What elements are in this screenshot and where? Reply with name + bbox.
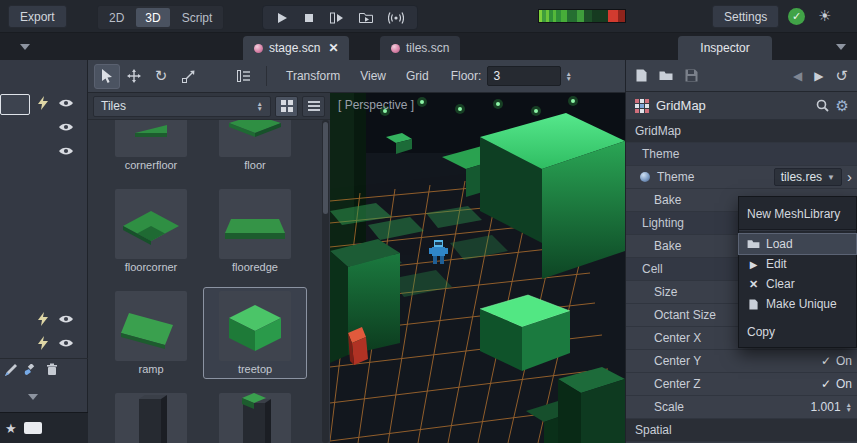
- edit-pencil-icon[interactable]: [5, 364, 17, 376]
- brightness-icon[interactable]: ☀: [818, 7, 831, 25]
- menu-item-make-unique[interactable]: Make Unique: [739, 294, 856, 314]
- floor-down-arrow[interactable]: ▼: [565, 76, 571, 81]
- play-button[interactable]: [276, 12, 288, 24]
- visibility-eye-icon[interactable]: [58, 338, 74, 348]
- update-spinner-icon[interactable]: ✓: [788, 8, 805, 25]
- scrollbar-thumb[interactable]: [323, 122, 328, 214]
- scale-value[interactable]: 1.001: [811, 400, 841, 414]
- tile-item-flooredge[interactable]: flooredge: [204, 186, 306, 276]
- signal-bolt-icon[interactable]: [38, 96, 48, 110]
- visibility-eye-icon[interactable]: [58, 98, 74, 108]
- tile-item-pillar-top[interactable]: [204, 390, 306, 443]
- dock-dropdown-arrow-left[interactable]: [20, 44, 30, 50]
- palette-scrollbar[interactable]: [322, 120, 329, 443]
- stop-button[interactable]: [303, 12, 315, 24]
- section-gridmap[interactable]: GridMap: [626, 120, 857, 143]
- floor-spinbox[interactable]: 3: [487, 66, 561, 86]
- load-resource-folder-icon[interactable]: [659, 70, 673, 81]
- tile-item-treetop[interactable]: treetop: [204, 288, 306, 378]
- checkbox-label[interactable]: On: [836, 354, 852, 368]
- delete-trash-icon[interactable]: [46, 363, 58, 376]
- menu-item-edit[interactable]: ▶ Edit: [739, 254, 856, 274]
- tile-item-cornerfloor[interactable]: cornerfloor: [100, 120, 202, 174]
- selected-node-outline[interactable]: [0, 94, 30, 115]
- history-back-icon[interactable]: ◀: [793, 69, 802, 83]
- dock-expand-arrow[interactable]: [28, 394, 38, 400]
- property-label: Bake: [654, 193, 681, 207]
- section-spatial[interactable]: Spatial: [626, 419, 857, 442]
- rotate-tool-button[interactable]: ↻: [148, 64, 174, 89]
- scale-down-arrow[interactable]: ▼: [846, 407, 852, 412]
- menu-item-copy[interactable]: Copy: [739, 322, 856, 342]
- property-label: Center Z: [654, 377, 701, 391]
- gear-icon[interactable]: ⚙: [836, 97, 849, 115]
- tab-stage-scn[interactable]: stage.scn ✕: [243, 36, 349, 60]
- viewport-3d[interactable]: [ Perspective ]: [330, 93, 625, 443]
- search-icon[interactable]: [816, 99, 829, 112]
- checkbox-checked-icon[interactable]: ✓: [821, 377, 831, 391]
- visibility-eye-icon[interactable]: [58, 146, 74, 156]
- tile-item-ramp[interactable]: ramp: [100, 288, 202, 378]
- play-custom-scene-button[interactable]: [359, 12, 373, 24]
- grid-view-button[interactable]: [275, 96, 298, 117]
- palette-scroll-area[interactable]: cornerfloor floor floorcorner flooredge …: [88, 120, 320, 443]
- menu-item-clear[interactable]: ✕ Clear: [739, 274, 856, 294]
- tile-item-pillar[interactable]: [100, 390, 202, 443]
- live-debug-icon[interactable]: [388, 12, 404, 24]
- tile-thumb: [115, 189, 187, 259]
- mode-2d-button[interactable]: 2D: [100, 8, 133, 27]
- dock-dropdown-arrow-right[interactable]: [836, 44, 846, 50]
- signal-bolt-icon[interactable]: [38, 336, 48, 350]
- property-label: Theme: [657, 170, 694, 184]
- view-menu[interactable]: View: [350, 69, 396, 83]
- tile-item-floorcorner[interactable]: floorcorner: [100, 186, 202, 276]
- mode-script-button[interactable]: Script: [173, 8, 222, 27]
- tab-tiles-scn[interactable]: tiles.scn: [380, 36, 460, 60]
- new-resource-icon[interactable]: [636, 69, 647, 82]
- favorite-star-icon[interactable]: ★: [5, 421, 17, 436]
- checkbox-checked-icon[interactable]: ✓: [821, 354, 831, 368]
- property-label: Size: [654, 285, 677, 299]
- list-view-button[interactable]: [302, 96, 325, 117]
- palette-header: Tiles ▲▼: [88, 93, 330, 120]
- gridmap-icon: [635, 99, 649, 113]
- group-theme[interactable]: Theme: [626, 143, 857, 166]
- swatch-box[interactable]: [24, 422, 42, 434]
- paint-brush-icon[interactable]: [23, 364, 35, 376]
- tile-collection-dropdown[interactable]: Tiles ▲▼: [93, 96, 271, 117]
- property-label: Octant Size: [654, 308, 716, 322]
- menu-item-new-meshlibrary[interactable]: New MeshLibrary: [739, 202, 856, 226]
- history-reload-icon[interactable]: ↺: [835, 67, 848, 85]
- save-resource-icon[interactable]: [685, 69, 698, 82]
- menu-item-load[interactable]: Load: [739, 234, 856, 254]
- duplicate-doc-icon: [749, 299, 758, 310]
- tile-item-floor[interactable]: floor: [204, 120, 306, 174]
- menu-item-label: Make Unique: [766, 297, 837, 311]
- move-tool-button[interactable]: [121, 64, 147, 89]
- tile-label: floor: [244, 159, 265, 171]
- select-tool-button[interactable]: [94, 64, 120, 89]
- visibility-eye-icon[interactable]: [58, 314, 74, 324]
- history-forward-icon[interactable]: ▶: [814, 69, 823, 83]
- play-scene-button[interactable]: [330, 12, 344, 24]
- property-label: Center Y: [654, 354, 701, 368]
- grid-menu[interactable]: Grid: [396, 69, 439, 83]
- mode-3d-button[interactable]: 3D: [136, 8, 169, 27]
- settings-button[interactable]: Settings: [712, 5, 779, 28]
- visibility-eye-icon[interactable]: [58, 122, 74, 132]
- checkbox-label[interactable]: On: [836, 377, 852, 391]
- theme-resource-dropdown[interactable]: tiles.res ▼: [774, 168, 842, 186]
- signal-bolt-icon[interactable]: [38, 312, 48, 326]
- tab-inspector[interactable]: Inspector: [678, 36, 772, 60]
- menu-separator: [739, 314, 856, 322]
- perspective-label[interactable]: [ Perspective ]: [338, 98, 414, 112]
- tile-thumb: [115, 291, 187, 361]
- transform-menu[interactable]: Transform: [276, 69, 350, 83]
- 3d-scene[interactable]: [330, 93, 625, 443]
- property-row-center-z: Center Z ✓On: [626, 373, 857, 396]
- scale-tool-button[interactable]: [175, 64, 201, 89]
- resource-open-button[interactable]: ›: [847, 170, 852, 184]
- close-tab-icon[interactable]: ✕: [328, 41, 338, 55]
- snap-settings-button[interactable]: [230, 64, 256, 89]
- export-button[interactable]: Export: [8, 5, 67, 28]
